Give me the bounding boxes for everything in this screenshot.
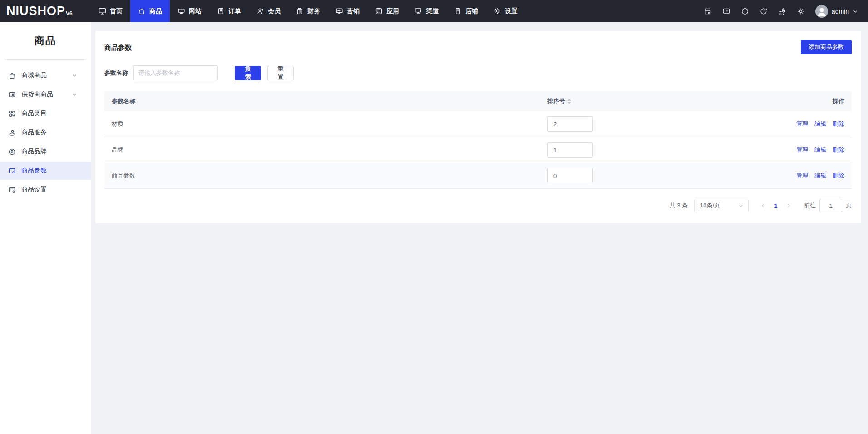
table-row: 品牌 管理 编辑 删除 bbox=[104, 137, 852, 163]
message-icon[interactable] bbox=[722, 7, 730, 15]
edit-link[interactable]: 编辑 bbox=[814, 146, 826, 154]
search-bar: 参数名称 搜索 重置 bbox=[104, 65, 852, 80]
param-name-cell: 商品参数 bbox=[104, 172, 540, 180]
page-number-1[interactable]: 1 bbox=[769, 199, 782, 212]
next-page-button[interactable] bbox=[782, 199, 795, 212]
nav-item-marketing[interactable]: 营销 bbox=[328, 0, 367, 22]
sidebar-item-label: 商品设置 bbox=[21, 186, 83, 194]
monitor-icon bbox=[99, 7, 106, 15]
goods-params-card: 商品参数 添加商品参数 参数名称 搜索 重置 参数名称 排序号 bbox=[95, 31, 861, 223]
add-goods-param-button[interactable]: 添加商品参数 bbox=[801, 40, 852, 54]
sidebar-item-goods-service[interactable]: 商品服务 bbox=[0, 123, 91, 142]
brand-r-icon bbox=[8, 148, 16, 156]
sidebar-item-mall-goods[interactable]: 商城商品 bbox=[0, 66, 91, 84]
table-header-row: 参数名称 排序号 操作 bbox=[104, 91, 852, 111]
sidebar-item-label: 商品品牌 bbox=[21, 148, 83, 156]
table-row: 商品参数 管理 编辑 删除 bbox=[104, 163, 852, 189]
page-title: 商品参数 bbox=[104, 40, 132, 52]
reset-button[interactable]: 重置 bbox=[267, 66, 294, 80]
nav-item-label: 店铺 bbox=[465, 7, 478, 15]
info-icon[interactable] bbox=[741, 7, 749, 15]
params-table: 参数名称 排序号 操作 材质 bbox=[104, 91, 852, 189]
storefront-icon[interactable] bbox=[704, 7, 712, 15]
sidebar-divider bbox=[5, 59, 86, 60]
nav-item-store[interactable]: 店铺 bbox=[446, 0, 486, 22]
chevron-down-icon bbox=[738, 203, 744, 208]
nav-item-members[interactable]: 会员 bbox=[249, 0, 288, 22]
main-nav: 首页 商品 网站 订单 会员 财务 营销 应用 bbox=[91, 0, 525, 22]
goto-page-input[interactable] bbox=[819, 199, 842, 212]
prev-page-button[interactable] bbox=[757, 199, 769, 212]
search-field-label: 参数名称 bbox=[104, 69, 128, 77]
param-name-input[interactable] bbox=[133, 65, 218, 80]
delete-link[interactable]: 删除 bbox=[833, 146, 844, 154]
supplier-goods-icon bbox=[8, 91, 16, 99]
apps-calculator-icon bbox=[375, 7, 383, 15]
sidebar-item-label: 商品类目 bbox=[21, 109, 83, 118]
user-menu[interactable]: admin bbox=[815, 5, 858, 18]
goods-settings-icon bbox=[8, 186, 16, 194]
nav-item-label: 营销 bbox=[347, 7, 360, 15]
nav-item-label: 财务 bbox=[307, 7, 320, 15]
nav-item-website[interactable]: 网站 bbox=[170, 0, 209, 22]
chevron-left-icon bbox=[760, 203, 766, 208]
delete-link[interactable]: 删除 bbox=[833, 120, 844, 128]
finance-bag-icon bbox=[296, 7, 304, 15]
gear-icon[interactable] bbox=[797, 7, 805, 15]
nav-item-home[interactable]: 首页 bbox=[91, 0, 130, 22]
param-name-cell: 品牌 bbox=[104, 146, 540, 154]
manage-link[interactable]: 管理 bbox=[796, 146, 808, 154]
page-size-value: 10条/页 bbox=[700, 202, 720, 210]
table-row: 材质 管理 编辑 删除 bbox=[104, 111, 852, 137]
pagination: 共 3 条 10条/页 1 前往 页 bbox=[104, 199, 852, 212]
sort-number-input[interactable] bbox=[547, 168, 593, 183]
search-button[interactable]: 搜索 bbox=[235, 66, 261, 80]
nav-item-label: 设置 bbox=[505, 7, 518, 15]
nav-item-label: 网站 bbox=[189, 7, 202, 15]
nav-item-finance[interactable]: 财务 bbox=[288, 0, 328, 22]
sidebar-item-label: 供货商商品 bbox=[21, 90, 72, 99]
edit-link[interactable]: 编辑 bbox=[814, 120, 826, 128]
nav-item-label: 首页 bbox=[110, 7, 123, 15]
column-header-sort[interactable]: 排序号 bbox=[547, 97, 571, 105]
marketing-chart-icon bbox=[335, 7, 343, 15]
sidebar-item-label: 商城商品 bbox=[21, 71, 72, 79]
store-book-icon bbox=[454, 7, 462, 15]
sidebar-item-goods-settings[interactable]: 商品设置 bbox=[0, 181, 91, 199]
sidebar: 商品 商城商品 供货商商品 商品类目 商品服务 商品品牌 商品参数 bbox=[0, 22, 91, 434]
column-header-name: 参数名称 bbox=[104, 97, 540, 105]
nav-item-settings[interactable]: 设置 bbox=[486, 0, 525, 22]
params-card-icon bbox=[8, 167, 16, 175]
nav-item-orders[interactable]: 订单 bbox=[209, 0, 249, 22]
nav-item-label: 应用 bbox=[386, 7, 399, 15]
mall-goods-icon bbox=[8, 72, 16, 79]
sidebar-item-label: 商品参数 bbox=[21, 167, 83, 175]
refresh-icon[interactable] bbox=[760, 7, 768, 15]
nav-item-channels[interactable]: 渠道 bbox=[407, 0, 446, 22]
sidebar-item-goods-brand[interactable]: 商品品牌 bbox=[0, 143, 91, 161]
manage-link[interactable]: 管理 bbox=[796, 172, 808, 180]
app-logo[interactable]: NIUSHOP V6 bbox=[0, 0, 91, 22]
sort-descending-icon[interactable] bbox=[567, 102, 571, 104]
sort-ascending-icon[interactable] bbox=[567, 99, 571, 101]
nav-item-goods[interactable]: 商品 bbox=[130, 0, 170, 22]
edit-link[interactable]: 编辑 bbox=[814, 172, 826, 180]
settings-gear-icon bbox=[493, 7, 501, 15]
nav-item-label: 会员 bbox=[268, 7, 281, 15]
manage-link[interactable]: 管理 bbox=[796, 120, 808, 128]
nav-item-apps[interactable]: 应用 bbox=[367, 0, 407, 22]
website-icon bbox=[178, 7, 185, 15]
column-header-actions: 操作 bbox=[765, 97, 852, 105]
sort-number-input[interactable] bbox=[547, 142, 593, 158]
page-size-select[interactable]: 10条/页 bbox=[694, 199, 749, 212]
member-icon bbox=[256, 7, 264, 15]
sidebar-item-supplier-goods[interactable]: 供货商商品 bbox=[0, 85, 91, 104]
top-navbar: NIUSHOP V6 首页 商品 网站 订单 会员 财务 营销 bbox=[0, 0, 868, 22]
main-content: 商品参数 添加商品参数 参数名称 搜索 重置 参数名称 排序号 bbox=[91, 22, 868, 434]
rocket-icon[interactable] bbox=[778, 7, 786, 15]
sidebar-item-goods-params[interactable]: 商品参数 bbox=[0, 162, 91, 180]
delete-link[interactable]: 删除 bbox=[833, 172, 844, 180]
channel-board-icon bbox=[414, 7, 422, 15]
sidebar-item-goods-category[interactable]: 商品类目 bbox=[0, 104, 91, 123]
sort-number-input[interactable] bbox=[547, 116, 593, 132]
